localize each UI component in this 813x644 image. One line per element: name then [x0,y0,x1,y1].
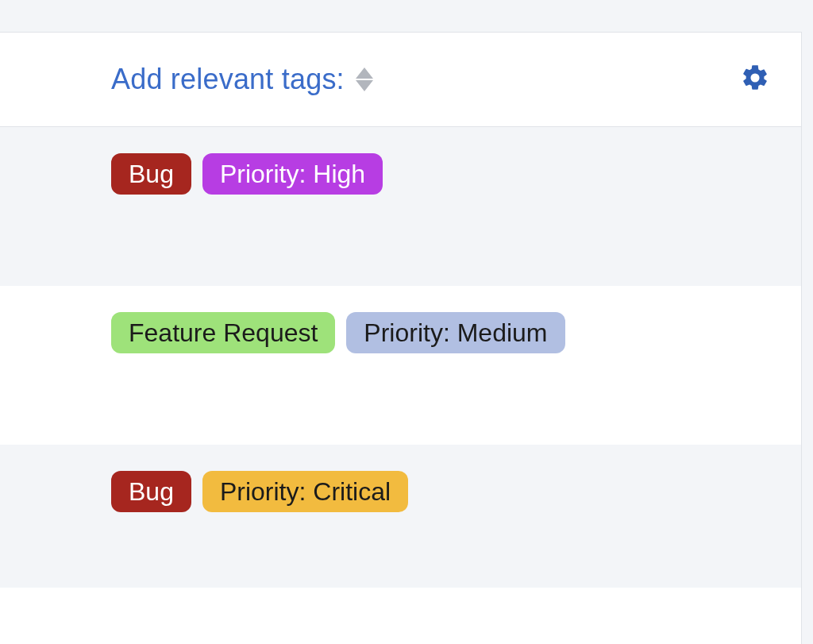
settings-button[interactable] [739,64,771,95]
tag[interactable]: Priority: Medium [346,312,564,353]
gear-icon [740,63,770,96]
tag[interactable]: Bug [111,153,191,195]
svg-marker-1 [356,80,373,91]
column-header: Add relevant tags: [0,33,801,127]
table-row[interactable]: Bug Priority: Critical [0,445,801,588]
tags-panel: Add relevant tags: Bug Priority: High Fe… [0,32,802,644]
column-header-label: Add relevant tags: [111,63,345,96]
table-row[interactable]: Feature Request Priority: Medium [0,286,801,445]
tag[interactable]: Feature Request [111,312,335,353]
svg-marker-0 [356,67,373,79]
tag[interactable]: Bug [111,471,191,512]
sort-icon [356,67,373,91]
table-row[interactable]: Bug Priority: High [0,127,801,286]
column-header-button[interactable]: Add relevant tags: [111,63,373,96]
tag[interactable]: Priority: High [202,153,383,195]
tag[interactable]: Priority: Critical [202,471,408,512]
